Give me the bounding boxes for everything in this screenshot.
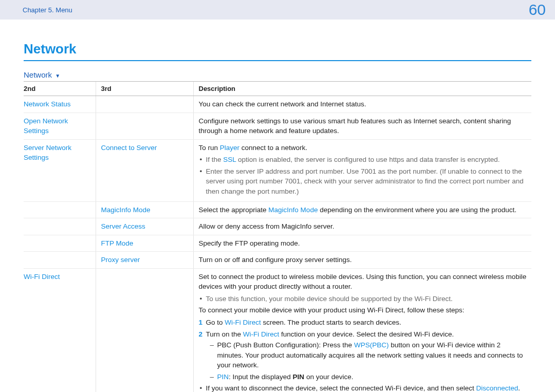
step-item: Go to Wi-Fi Direct screen. The product s… — [206, 318, 528, 328]
text: depending on the environment where you a… — [318, 206, 516, 214]
text: Select the appropriate — [199, 206, 269, 214]
breadcrumb[interactable]: Chapter 5. Menu — [23, 6, 72, 14]
page-title: Network — [24, 41, 531, 61]
text: Go to — [206, 319, 225, 326]
link-pin[interactable]: PIN — [217, 373, 229, 381]
page-number: 60 — [529, 1, 546, 18]
list-item: Enter the server IP address and port num… — [206, 166, 528, 197]
menu-3rd-connect-server[interactable]: Connect to Server — [96, 139, 193, 201]
menu-3rd-proxy[interactable]: Proxy server — [96, 252, 193, 269]
desc-wifi-direct: Set to connect the product to wireless m… — [193, 268, 531, 392]
menu-3rd-empty — [96, 113, 193, 139]
menu-2nd-empty — [24, 201, 96, 218]
sub-item: PIN: Input the displayed PIN on your dev… — [217, 372, 528, 382]
menu-2nd-empty — [24, 218, 96, 235]
link-wps-pbc[interactable]: WPS(PBC) — [354, 341, 389, 349]
col-description: Description — [193, 82, 531, 96]
desc-open-network: Configure network settings to use variou… — [193, 113, 531, 139]
text: Turn on the — [206, 330, 243, 338]
menu-2nd-wifi-direct[interactable]: Wi-Fi Direct — [24, 268, 96, 392]
text: If the — [206, 156, 224, 163]
desc-ftp: Specify the FTP operating mode. — [193, 235, 531, 252]
section-heading-label: Network — [24, 70, 52, 79]
table-row: Wi-Fi Direct Set to connect the product … — [24, 268, 531, 392]
link-disconnected[interactable]: Disconnected — [476, 384, 519, 392]
sub-item: PBC (Push Button Configuration): Press t… — [217, 340, 528, 370]
col-2nd: 2nd — [24, 82, 96, 96]
text: If you want to disconnect the device, se… — [206, 384, 476, 392]
menu-3rd-magicinfo[interactable]: MagicInfo Mode — [96, 201, 193, 218]
desc-server-access: Allow or deny access from MagicInfo serv… — [193, 218, 531, 235]
text: PBC (Push Button Configuration): Press t… — [217, 341, 354, 349]
link-player[interactable]: Player — [220, 144, 239, 152]
section-heading: Network ▼ — [24, 70, 531, 79]
link-ssl[interactable]: SSL — [223, 156, 236, 163]
menu-2nd-server-network[interactable]: Server Network Settings — [24, 139, 96, 201]
list-item: To use this function, your mobile device… — [206, 294, 528, 304]
link-wifi-direct[interactable]: Wi-Fi Direct — [225, 319, 261, 326]
text: . — [518, 384, 520, 392]
menu-2nd-empty — [24, 235, 96, 252]
text: Set to connect the product to wireless m… — [199, 272, 528, 292]
text-bold-pin: PIN — [293, 373, 305, 381]
list-item: If you want to disconnect the device, se… — [206, 383, 528, 392]
link-magicinfo-mode[interactable]: MagicInfo Mode — [268, 206, 318, 214]
triangle-down-icon: ▼ — [55, 73, 60, 79]
table-header-row: 2nd 3rd Description — [24, 82, 531, 96]
menu-3rd-server-access[interactable]: Server Access — [96, 218, 193, 235]
desc-magicinfo: Select the appropriate MagicInfo Mode de… — [193, 201, 531, 218]
list-item: If the SSL option is enabled, the server… — [206, 155, 528, 165]
text: option is enabled, the server is configu… — [236, 156, 499, 163]
text: connect to a network. — [239, 144, 307, 152]
table-row: Network Status You can check the current… — [24, 96, 531, 113]
desc-network-status: You can check the current network and In… — [193, 96, 531, 113]
menu-3rd-ftp[interactable]: FTP Mode — [96, 235, 193, 252]
table-row: Server Access Allow or deny access from … — [24, 218, 531, 235]
table-row: MagicInfo Mode Select the appropriate Ma… — [24, 201, 531, 218]
menu-3rd-empty — [96, 268, 193, 392]
page-content: Network Network ▼ 2nd 3rd Description Ne… — [0, 20, 555, 392]
menu-3rd-empty — [96, 96, 193, 113]
desc-connect-server: To run Player connect to a network. If t… — [193, 139, 531, 201]
col-3rd: 3rd — [96, 82, 193, 96]
table-row: Server Network Settings Connect to Serve… — [24, 139, 531, 201]
text: : Input the displayed — [229, 373, 293, 381]
text: screen. The product starts to search dev… — [261, 319, 401, 326]
text: To run — [199, 144, 220, 152]
text: on your device. — [304, 373, 353, 381]
menu-2nd-empty — [24, 252, 96, 269]
link-wifi-direct[interactable]: Wi-Fi Direct — [243, 330, 280, 338]
menu-2nd-open-network[interactable]: Open Network Settings — [24, 113, 96, 139]
text: function on your device. Select the desi… — [279, 330, 454, 338]
step-item: Turn on the Wi-Fi Direct function on you… — [206, 329, 528, 382]
table-row: Proxy server Turn on or off and configur… — [24, 252, 531, 269]
header-band: Chapter 5. Menu 60 — [0, 0, 555, 20]
menu-2nd-network-status[interactable]: Network Status — [24, 96, 96, 113]
table-row: Open Network Settings Configure network … — [24, 113, 531, 139]
text: To connect your mobile device with your … — [199, 305, 528, 315]
table-row: FTP Mode Specify the FTP operating mode. — [24, 235, 531, 252]
desc-proxy: Turn on or off and configure proxy serve… — [193, 252, 531, 269]
menu-table: 2nd 3rd Description Network Status You c… — [24, 81, 531, 392]
